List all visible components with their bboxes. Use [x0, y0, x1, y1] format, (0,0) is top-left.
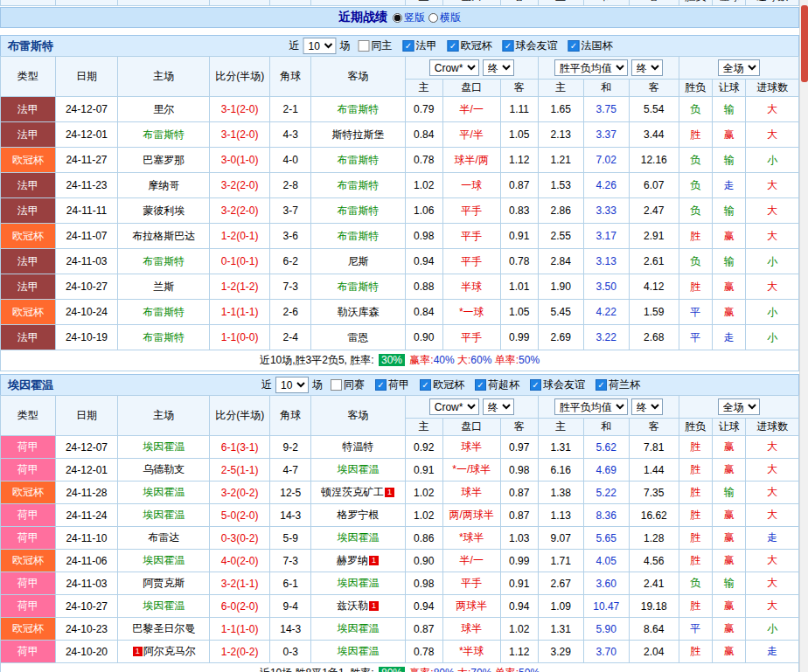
team-link[interactable]: 埃因霍温	[337, 531, 379, 544]
scrollbar-thumb[interactable]	[801, 5, 808, 82]
period-select[interactable]: 10	[303, 38, 337, 54]
subcolumn-header: 客	[630, 0, 679, 6]
team-link[interactable]: 埃因霍温	[337, 577, 379, 589]
team-link[interactable]: 布雷斯特	[337, 281, 379, 293]
section-header: 布雷斯特近10场同主✓法甲✓欧冠杯✓球会友谊✓法国杯	[0, 35, 799, 56]
away-team-cell: 顿涅茨克矿工1	[311, 481, 405, 504]
filter-checkbox[interactable]: ✓荷超杯	[475, 378, 519, 392]
corner-score: 4-7	[270, 459, 311, 481]
avg-draw-odds: 4.05	[583, 550, 630, 572]
goals-result-cell: 大	[746, 481, 799, 504]
away-team-cell: 布雷斯特	[311, 198, 405, 224]
league-badge: 荷甲	[1, 527, 56, 550]
filter-checkbox[interactable]: ✓球会友谊	[530, 378, 585, 392]
team-link[interactable]: 巴黎圣日尔曼	[132, 622, 195, 634]
match-row: 法甲24-11-11蒙彼利埃3-2(2-0)3-7布雷斯特1.06平手0.832…	[1, 198, 799, 224]
away-team-cell: 布雷斯特	[311, 97, 405, 122]
avg-away-odds: 19.18	[630, 595, 679, 618]
team-link[interactable]: 斯特拉斯堡	[331, 128, 384, 141]
scope-select[interactable]: 全场	[718, 398, 760, 415]
home-team-cell: 埃因霍温	[118, 436, 210, 459]
team-link[interactable]: 布雷斯特	[143, 306, 185, 318]
avg-final-select[interactable]: 终	[631, 398, 663, 415]
avg-home-odds: 1.21	[539, 148, 584, 173]
team-link[interactable]: 布雷斯特	[143, 128, 185, 141]
avg-select[interactable]: 胜平负均值	[554, 398, 628, 415]
team-link[interactable]: 乌德勒支	[143, 463, 185, 475]
team-link[interactable]: 尼斯	[347, 255, 368, 267]
view-radio-horizontal[interactable]: 横版	[428, 10, 461, 25]
team-link[interactable]: 埃因霍温	[143, 554, 185, 566]
team-link[interactable]: 巴塞罗那	[143, 154, 185, 166]
team-link[interactable]: 布雷斯特	[337, 154, 379, 166]
corner-score: 9-2	[270, 436, 311, 459]
radio-icon	[428, 13, 438, 23]
scrollbar[interactable]	[799, 0, 808, 672]
team-link[interactable]: 埃因霍温	[143, 509, 185, 521]
team-link[interactable]: 兹沃勒	[337, 599, 368, 612]
team-link[interactable]: 布雷斯特	[337, 179, 379, 191]
result-cell: 平	[679, 618, 712, 641]
match-date: 24-12-01	[55, 122, 118, 148]
filter-checkbox[interactable]: 同赛	[331, 378, 365, 392]
team-link[interactable]: 兰斯	[153, 281, 174, 293]
team-link[interactable]: 布雷斯特	[337, 103, 379, 115]
odds-final-select[interactable]: 终	[483, 59, 514, 76]
match-row: 荷甲24-11-03阿贾克斯3-2(1-1)6-1埃因霍温0.98平手0.912…	[1, 572, 799, 595]
team-link[interactable]: 埃因霍温	[143, 599, 185, 612]
odds-company-select[interactable]: Crow*	[429, 59, 479, 76]
team-link[interactable]: 布雷斯特	[143, 255, 185, 267]
filter-checkbox[interactable]: 同主	[359, 38, 393, 53]
filter-checkbox[interactable]: ✓球会友谊	[503, 38, 558, 53]
team-link[interactable]: 布雷斯特	[337, 204, 379, 217]
team-link[interactable]: 阿贾克斯	[143, 577, 185, 589]
team-link[interactable]: 埃因霍温	[337, 645, 379, 657]
team-link[interactable]: 雷恩	[347, 331, 368, 343]
team-link[interactable]: 顿涅茨克矿工	[321, 486, 384, 498]
avg-draw-odds: 3.33	[583, 198, 630, 224]
team-link[interactable]: 埃因霍温	[143, 486, 185, 498]
goals-result-cell: 小	[746, 148, 799, 173]
team-link[interactable]: 埃因霍温	[143, 440, 185, 453]
handicap-line: 一球	[442, 173, 500, 198]
home-odds: 0.94	[405, 595, 442, 618]
filter-checkbox[interactable]: ✓欧冠杯	[420, 378, 464, 392]
team-promotion-mark: 1	[369, 601, 379, 611]
team-link[interactable]: 勒沃库森	[337, 306, 379, 318]
team-link[interactable]: 埃因霍温	[337, 622, 379, 634]
avg-home-odds: 5.45	[539, 300, 584, 325]
filter-checkbox[interactable]: ✓荷兰杯	[596, 378, 640, 392]
column-header: 客场	[311, 0, 405, 6]
result-cell: 负	[679, 198, 712, 224]
avg-home-odds: 1.13	[539, 504, 584, 527]
scope-select[interactable]: 全场	[718, 59, 760, 76]
odds-final-select[interactable]: 终	[483, 398, 514, 415]
team-link[interactable]: 阿尔克马尔	[143, 645, 196, 657]
view-radio-vertical[interactable]: 竖版	[393, 10, 425, 25]
corner-score: 3-6	[270, 224, 311, 249]
odds-company-select[interactable]: Crow*	[429, 398, 479, 415]
avg-final-select[interactable]: 终	[631, 59, 663, 76]
team-link[interactable]: 赫罗纳	[337, 554, 368, 566]
team-link[interactable]: 里尔	[153, 103, 174, 115]
home-odds: 0.90	[405, 325, 442, 350]
filter-checkbox[interactable]: ✓法国杯	[568, 38, 613, 53]
team-link[interactable]: 布雷斯特	[143, 331, 185, 343]
team-link[interactable]: 特温特	[342, 440, 373, 453]
avg-select[interactable]: 胜平负均值	[554, 59, 628, 76]
team-link[interactable]: 布拉格斯巴达	[132, 230, 195, 242]
odds-header-group: Crow*终	[405, 396, 538, 419]
filter-checkbox[interactable]: ✓荷甲	[375, 378, 409, 392]
goals-result-cell: 小	[746, 249, 799, 274]
team-link[interactable]: 布雷达	[148, 531, 179, 544]
team-link[interactable]: 格罗宁根	[337, 509, 379, 521]
filter-checkbox[interactable]: ✓欧冠杯	[448, 38, 492, 53]
avg-home-odds: 9.07	[539, 527, 584, 550]
team-link[interactable]: 摩纳哥	[148, 179, 179, 191]
team-link[interactable]: 埃因霍温	[337, 463, 379, 475]
team-link[interactable]: 布雷斯特	[337, 230, 379, 242]
table-header-row: 类型日期主场比分(半场)角球客场Crow*终胜平负均值终全场	[1, 396, 799, 419]
period-select[interactable]: 10	[275, 377, 309, 393]
team-link[interactable]: 蒙彼利埃	[143, 204, 185, 217]
filter-checkbox[interactable]: ✓法甲	[403, 38, 437, 53]
